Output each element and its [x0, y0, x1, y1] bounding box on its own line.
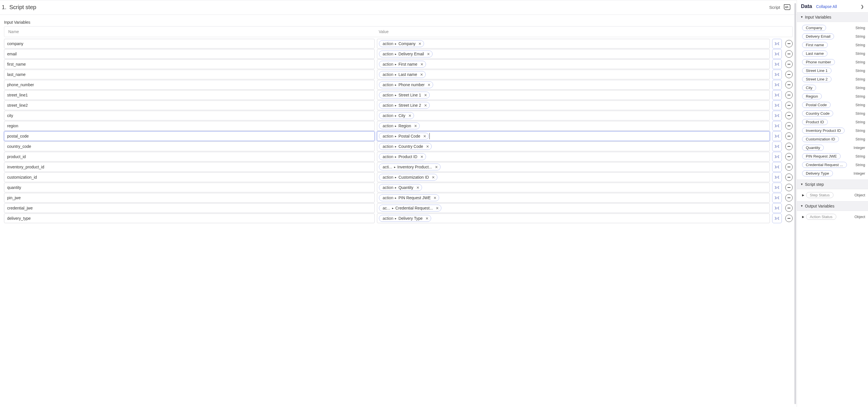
data-pill-picker-button[interactable] [772, 152, 782, 161]
remove-pill-icon[interactable]: ✕ [427, 52, 430, 56]
variable-name-input[interactable]: quantity [4, 183, 375, 192]
data-group-header[interactable]: ▼Output Variables [797, 201, 868, 211]
variable-value-input[interactable]: acti...▸Inventory Product...✕ [377, 162, 770, 172]
data-variable-item[interactable]: CityString [802, 84, 865, 92]
data-variable-item[interactable]: Postal CodeString [802, 101, 865, 109]
remove-row-button[interactable] [785, 194, 793, 201]
variable-chip[interactable]: Quantity [802, 145, 824, 151]
data-pill-picker-button[interactable] [772, 142, 782, 151]
data-pill[interactable]: action▸Street Line 2✕ [379, 102, 430, 109]
variable-chip[interactable]: Last name [802, 51, 828, 57]
variable-chip[interactable]: Country Code [802, 111, 833, 117]
data-variable-item[interactable]: Delivery EmailString [802, 32, 865, 40]
remove-pill-icon[interactable]: ✕ [423, 134, 426, 138]
variable-value-input[interactable]: action▸Street Line 1✕ [377, 90, 770, 100]
data-pill[interactable]: action▸Country Code✕ [379, 143, 432, 150]
remove-pill-icon[interactable]: ✕ [424, 103, 427, 107]
remove-pill-icon[interactable]: ✕ [420, 72, 423, 77]
data-variable-item[interactable]: Credential Request ...String [802, 161, 865, 169]
variable-name-input[interactable]: city [4, 111, 375, 120]
variable-chip[interactable]: First name [802, 42, 828, 48]
remove-pill-icon[interactable]: ✕ [414, 124, 417, 128]
data-pill[interactable]: action▸City✕ [379, 112, 414, 119]
variable-name-input[interactable]: company [4, 39, 375, 49]
variable-name-input[interactable]: pin_jwe [4, 193, 375, 202]
data-variable-item[interactable]: Inventory Product IDString [802, 126, 865, 134]
variable-value-input[interactable]: action▸Company✕ [377, 39, 770, 49]
data-variable-item[interactable]: First nameString [802, 41, 865, 49]
remove-pill-icon[interactable]: ✕ [420, 155, 424, 159]
remove-row-button[interactable] [785, 40, 793, 48]
data-variable-item[interactable]: Phone numberString [802, 58, 865, 66]
variable-value-input[interactable]: action▸Customization ID✕ [377, 173, 770, 182]
remove-pill-icon[interactable]: ✕ [420, 62, 424, 66]
variable-value-input[interactable]: action▸Phone number✕ [377, 80, 770, 90]
variable-chip[interactable]: Delivery Type [802, 170, 833, 177]
data-variable-item[interactable]: Product IDString [802, 118, 865, 126]
data-pill[interactable]: action▸Delivery Email✕ [379, 51, 433, 57]
variable-name-input[interactable]: delivery_type [4, 214, 375, 223]
variable-chip[interactable]: Customization ID [802, 136, 839, 142]
remove-row-button[interactable] [785, 50, 793, 58]
variable-chip[interactable]: PIN Request JWE [802, 153, 841, 159]
remove-row-button[interactable] [785, 205, 793, 212]
remove-row-button[interactable] [785, 215, 793, 222]
data-pill[interactable]: action▸Street Line 1✕ [379, 92, 430, 98]
variable-value-input[interactable]: action▸Delivery Type✕ [377, 214, 770, 223]
data-variable-item[interactable]: RegionString [802, 92, 865, 100]
data-pill[interactable]: action▸Delivery Type✕ [379, 215, 431, 222]
remove-pill-icon[interactable]: ✕ [428, 83, 431, 87]
remove-row-button[interactable] [785, 91, 793, 99]
variable-name-input[interactable]: email [4, 49, 375, 59]
variable-name-input[interactable]: street_line1 [4, 90, 375, 100]
data-variable-item[interactable]: ▶Step StatusObject [802, 191, 865, 199]
data-variable-item[interactable]: Last nameString [802, 50, 865, 57]
variable-name-input[interactable]: last_name [4, 70, 375, 80]
variable-value-input[interactable]: action▸City✕ [377, 111, 770, 120]
variable-value-input[interactable]: action▸Country Code✕ [377, 142, 770, 151]
variable-value-input[interactable]: action▸Product ID✕ [377, 152, 770, 161]
chevron-right-icon[interactable]: ❯ [861, 4, 864, 9]
data-variable-item[interactable]: Street Line 2String [802, 75, 865, 83]
data-group-header[interactable]: ▼Input Variables [797, 12, 868, 22]
variable-name-input[interactable]: postal_code [4, 131, 375, 141]
data-pill[interactable]: action▸Last name✕ [379, 71, 426, 78]
remove-row-button[interactable] [785, 184, 793, 191]
variable-value-input[interactable]: action▸Postal Code✕ [377, 131, 770, 141]
data-pill[interactable]: action▸PIN Request JWE✕ [379, 194, 439, 201]
variable-name-input[interactable]: product_id [4, 152, 375, 161]
variable-name-input[interactable]: region [4, 121, 375, 131]
remove-row-button[interactable] [785, 143, 793, 150]
data-pill-picker-button[interactable] [772, 111, 782, 120]
data-variable-item[interactable]: Street Line 1String [802, 66, 865, 74]
variable-value-input[interactable]: action▸Delivery Email✕ [377, 49, 770, 59]
variable-chip[interactable]: Street Line 1 [802, 68, 832, 74]
data-pill[interactable]: acti...▸Inventory Product...✕ [379, 163, 440, 170]
variable-value-input[interactable]: action▸Last name✕ [377, 70, 770, 80]
remove-row-button[interactable] [785, 132, 793, 140]
data-variable-item[interactable]: CompanyString [802, 24, 865, 32]
data-variable-item[interactable]: Country CodeString [802, 109, 865, 117]
variable-chip[interactable]: Product ID [802, 119, 828, 125]
remove-row-button[interactable] [785, 122, 793, 130]
remove-pill-icon[interactable]: ✕ [418, 42, 422, 46]
data-pill[interactable]: action▸Product ID✕ [379, 153, 426, 160]
data-pill-picker-button[interactable] [772, 214, 782, 223]
variable-chip[interactable]: Region [802, 93, 822, 99]
variable-value-input[interactable]: ac...▸Credential Request...✕ [377, 203, 770, 213]
data-pill-picker-button[interactable] [772, 193, 782, 202]
variable-chip[interactable]: Street Line 2 [802, 76, 832, 82]
data-pill[interactable]: ac...▸Credential Request...✕ [379, 205, 441, 212]
variable-name-input[interactable]: phone_number [4, 80, 375, 90]
remove-row-button[interactable] [785, 102, 793, 109]
remove-row-button[interactable] [785, 163, 793, 171]
data-pill-picker-button[interactable] [772, 49, 782, 59]
data-pill[interactable]: action▸Quantity✕ [379, 184, 422, 191]
data-pill[interactable]: action▸Company✕ [379, 40, 424, 47]
variable-value-input[interactable]: action▸First name✕ [377, 59, 770, 69]
data-variable-item[interactable]: QuantityInteger [802, 144, 865, 152]
variable-chip[interactable]: Delivery Email [802, 33, 834, 39]
variable-name-input[interactable]: first_name [4, 59, 375, 69]
remove-row-button[interactable] [785, 81, 793, 89]
remove-row-button[interactable] [785, 153, 793, 160]
